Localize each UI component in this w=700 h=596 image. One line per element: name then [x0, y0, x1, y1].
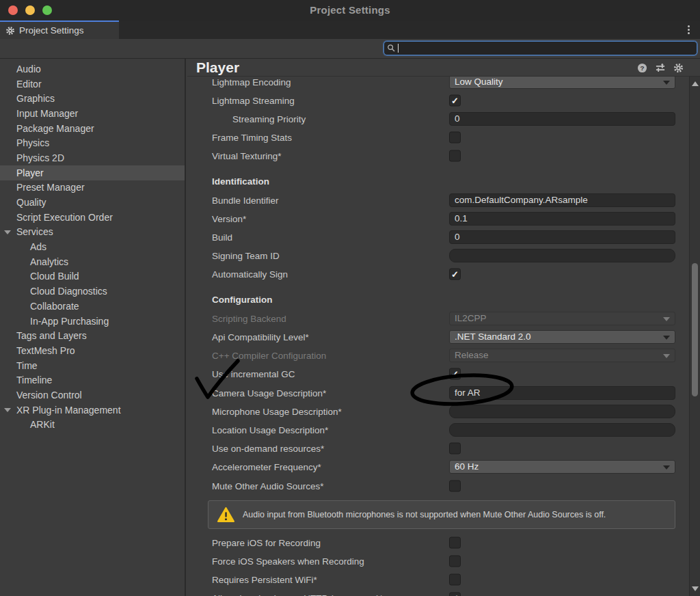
sidebar-item-cloud-build[interactable]: Cloud Build: [0, 269, 185, 284]
sidebar-item-tags-and-layers[interactable]: Tags and Layers: [0, 328, 185, 343]
panel-header: Player ?: [187, 59, 700, 77]
scrollbar-thumb[interactable]: [692, 263, 698, 396]
text-field-camera-usage-description[interactable]: for AR: [449, 386, 675, 400]
sidebar-item-graphics[interactable]: Graphics: [0, 91, 185, 106]
sidebar-item-physics[interactable]: Physics: [0, 135, 185, 150]
dropdown-c-compiler-configuration[interactable]: Release: [449, 349, 675, 362]
checkbox-virtual-texturing[interactable]: [449, 150, 461, 162]
sidebar-item-label: Ads: [16, 241, 46, 252]
sidebar-item-version-control[interactable]: Version Control: [0, 388, 185, 403]
sidebar-item-xr-plug-in-management[interactable]: XR Plug-in Management: [0, 403, 185, 418]
vertical-scrollbar[interactable]: [689, 77, 700, 596]
sidebar-item-cloud-diagnostics[interactable]: Cloud Diagnostics: [0, 284, 185, 299]
setting-label: Streaming Priority: [232, 113, 306, 124]
chevron-down-icon: [663, 81, 670, 85]
checkbox-requires-persistent-wifi[interactable]: [449, 574, 461, 586]
sidebar-item-editor[interactable]: Editor: [0, 77, 185, 92]
minimize-window-button[interactable]: [25, 5, 35, 15]
dropdown-accelerometer-frequency[interactable]: 60 Hz: [449, 460, 675, 474]
dropdown-value: 60 Hz: [455, 461, 479, 472]
setting-label: Version*: [212, 213, 246, 224]
text-cursor: [398, 44, 399, 53]
checkmark-icon: ✓: [451, 270, 459, 279]
sidebar-item-label: Physics: [16, 137, 49, 148]
sidebar-item-quality[interactable]: Quality: [0, 195, 185, 210]
checkmark-icon: ✓: [451, 96, 459, 105]
chevron-down-icon: [663, 317, 670, 321]
setting-label: Force iOS Speakers when Recording: [212, 556, 364, 566]
setting-label: Use incremental GC: [212, 369, 295, 379]
settings-category-sidebar[interactable]: AudioEditorGraphicsInput ManagerPackage …: [0, 59, 186, 596]
sidebar-item-player[interactable]: Player: [0, 165, 185, 180]
checkbox-use-incremental-gc[interactable]: ✓: [449, 368, 461, 380]
dropdown-lightmap-encoding[interactable]: Low Quality: [449, 77, 675, 89]
scrollbar-down-arrow[interactable]: [692, 586, 699, 591]
sidebar-item-script-execution-order[interactable]: Script Execution Order: [0, 210, 185, 225]
checkbox-prepare-ios-for-recording[interactable]: [449, 537, 461, 548]
sidebar-item-services[interactable]: Services: [0, 225, 185, 240]
sidebar-item-arkit[interactable]: ARKit: [0, 418, 185, 433]
text-field-microphone-usage-description[interactable]: [449, 405, 675, 418]
sidebar-item-label: Quality: [16, 197, 46, 208]
sidebar-item-label: Collaborate: [16, 301, 79, 312]
sidebar-item-collaborate[interactable]: Collaborate: [0, 299, 185, 314]
text-field-build[interactable]: 0: [449, 230, 675, 244]
presets-icon[interactable]: [655, 63, 666, 73]
sidebar-item-input-manager[interactable]: Input Manager: [0, 106, 185, 121]
sidebar-item-ads[interactable]: Ads: [0, 239, 185, 254]
sidebar-item-preset-manager[interactable]: Preset Manager: [0, 180, 185, 195]
setting-label: Allow downloads over HTTP (nonsecure)*: [212, 593, 383, 596]
sidebar-item-time[interactable]: Time: [0, 358, 185, 373]
maximize-window-button[interactable]: [42, 5, 52, 15]
settings-row-allow-downloads-over-http-nonsecure: Allow downloads over HTTP (nonsecure)*✓: [187, 589, 689, 596]
checkbox-allow-downloads-over-http-nonsecure[interactable]: ✓: [449, 593, 461, 596]
text-field-location-usage-description[interactable]: [449, 423, 675, 437]
dropdown-scripting-backend[interactable]: IL2CPP: [449, 312, 675, 325]
tab-project-settings[interactable]: Project Settings: [0, 21, 119, 39]
chevron-down-icon: [663, 354, 670, 358]
sidebar-item-audio[interactable]: Audio: [0, 62, 185, 77]
checkbox-lightmap-streaming[interactable]: ✓: [449, 94, 461, 106]
sidebar-item-physics-2d[interactable]: Physics 2D: [0, 150, 185, 165]
window-title: Project Settings: [0, 0, 700, 21]
section-header-identification: Identification: [187, 172, 689, 191]
close-window-button[interactable]: [8, 5, 18, 15]
sidebar-item-analytics[interactable]: Analytics: [0, 254, 185, 269]
text-field-bundle-identifier[interactable]: com.DefaultCompany.ARsample: [449, 193, 675, 207]
sidebar-item-label: In-App Purchasing: [16, 316, 109, 327]
text-field-streaming-priority[interactable]: 0: [449, 112, 675, 126]
checkbox-force-ios-speakers-when-recording[interactable]: [449, 555, 461, 567]
checkbox-mute-other-audio-sources[interactable]: [449, 480, 461, 491]
sidebar-item-label: XR Plug-in Management: [16, 405, 121, 416]
scrollbar-up-arrow[interactable]: [692, 81, 699, 86]
sidebar-item-label: Tags and Layers: [16, 330, 87, 341]
checkmark-icon: ✓: [451, 370, 459, 379]
window-menu-button[interactable]: [684, 24, 693, 36]
panel-header-icons: ?: [637, 63, 684, 73]
search-input[interactable]: [383, 41, 697, 55]
disclosure-triangle-icon[interactable]: [4, 230, 11, 234]
settings-row-streaming-priority: Streaming Priority0: [187, 109, 689, 128]
sidebar-item-textmesh-pro[interactable]: TextMesh Pro: [0, 343, 185, 358]
settings-row-frame-timing-stats: Frame Timing Stats: [187, 128, 689, 147]
text-field-signing-team-id[interactable]: [449, 249, 675, 262]
sidebar-item-in-app-purchasing[interactable]: In-App Purchasing: [0, 314, 185, 329]
chevron-down-icon: [663, 465, 670, 470]
sidebar-item-label: Physics 2D: [16, 152, 64, 163]
help-icon[interactable]: ?: [637, 63, 647, 73]
sidebar-item-timeline[interactable]: Timeline: [0, 372, 185, 388]
checkbox-use-on-demand-resources[interactable]: [449, 443, 461, 455]
sidebar-item-package-manager[interactable]: Package Manager: [0, 121, 185, 136]
settings-row-version: Version*0.1: [187, 209, 689, 228]
checkbox-automatically-sign[interactable]: ✓: [449, 269, 461, 280]
setting-label: Microphone Usage Description*: [212, 406, 342, 416]
setting-label: C++ Compiler Configuration: [212, 351, 326, 361]
text-field-version[interactable]: 0.1: [449, 212, 675, 226]
checkbox-frame-timing-stats[interactable]: [449, 132, 461, 144]
dropdown-api-compatibility-level[interactable]: .NET Standard 2.0: [449, 330, 675, 344]
settings-row-automatically-sign: Automatically Sign✓: [187, 265, 689, 284]
sidebar-item-label: ARKit: [16, 419, 55, 430]
gear-icon[interactable]: [673, 63, 684, 73]
disclosure-triangle-icon[interactable]: [4, 408, 11, 412]
gear-icon: [5, 26, 15, 36]
